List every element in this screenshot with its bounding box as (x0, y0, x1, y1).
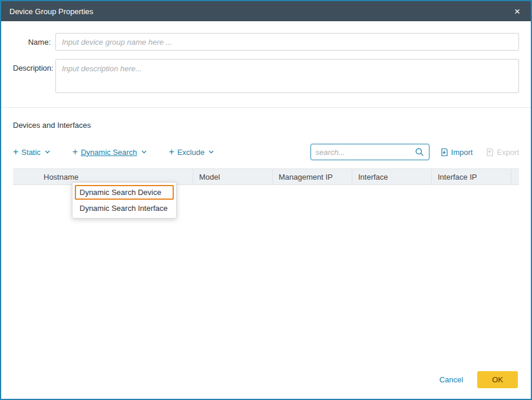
table-header-model[interactable]: Model (193, 169, 272, 184)
import-button[interactable]: Import (440, 148, 473, 157)
export-button-label: Export (497, 148, 519, 157)
import-icon (440, 148, 448, 157)
table-header-management-ip[interactable]: Management IP (272, 169, 352, 184)
cancel-button[interactable]: Cancel (440, 375, 463, 384)
dynamic-search-button-label: Dynamic Search (81, 148, 137, 157)
dynamic-search-button[interactable]: + Dynamic Search (72, 147, 147, 157)
name-row: Name: (13, 33, 519, 51)
close-icon[interactable]: × (512, 5, 523, 18)
search-icon[interactable] (415, 147, 424, 157)
dropdown-item-dynamic-search-device[interactable]: Dynamic Search Device (75, 185, 174, 200)
dynamic-search-dropdown: Dynamic Search Device Dynamic Search Int… (72, 182, 177, 219)
exclude-button[interactable]: + Exclude (169, 147, 214, 157)
dialog-footer: Cancel OK (13, 365, 519, 391)
chevron-down-icon (45, 150, 50, 154)
static-button-label: Static (21, 148, 41, 157)
export-button: Export (485, 148, 519, 157)
section-title: Devices and Interfaces (13, 121, 519, 130)
import-button-label: Import (451, 148, 473, 157)
chevron-down-icon (209, 150, 214, 154)
dialog-header: Device Group Properties × (1, 1, 531, 21)
table-header-end-spacer (511, 169, 519, 184)
plus-icon: + (169, 147, 174, 157)
static-button[interactable]: + Static (13, 147, 50, 157)
search-input[interactable] (316, 148, 415, 157)
device-group-properties-dialog: Device Group Properties × Name: Descript… (0, 0, 532, 400)
ok-button[interactable]: OK (477, 371, 518, 388)
export-icon (485, 148, 494, 157)
toolbar: + Static + Dynamic Search + Exclude (13, 144, 519, 160)
dropdown-item-dynamic-search-interface[interactable]: Dynamic Search Interface (75, 201, 174, 216)
section-divider (1, 107, 531, 108)
name-label: Name: (13, 33, 55, 51)
exclude-button-label: Exclude (177, 148, 204, 157)
description-label: Description: (13, 59, 55, 93)
table-header-interface[interactable]: Interface (352, 169, 431, 184)
plus-icon: + (13, 147, 18, 157)
toolbar-right: Import Export (310, 144, 519, 160)
chevron-down-icon (141, 150, 147, 154)
search-box (310, 144, 429, 160)
name-input[interactable] (55, 33, 519, 51)
plus-icon: + (72, 147, 78, 157)
table-header-interface-ip[interactable]: Interface IP (431, 169, 511, 184)
table-header-checkbox-spacer (13, 169, 38, 184)
dialog-title: Device Group Properties (9, 7, 512, 16)
description-row: Description: (13, 59, 519, 93)
dialog-body: Name: Description: Devices and Interface… (1, 21, 531, 399)
description-input[interactable] (55, 59, 519, 93)
